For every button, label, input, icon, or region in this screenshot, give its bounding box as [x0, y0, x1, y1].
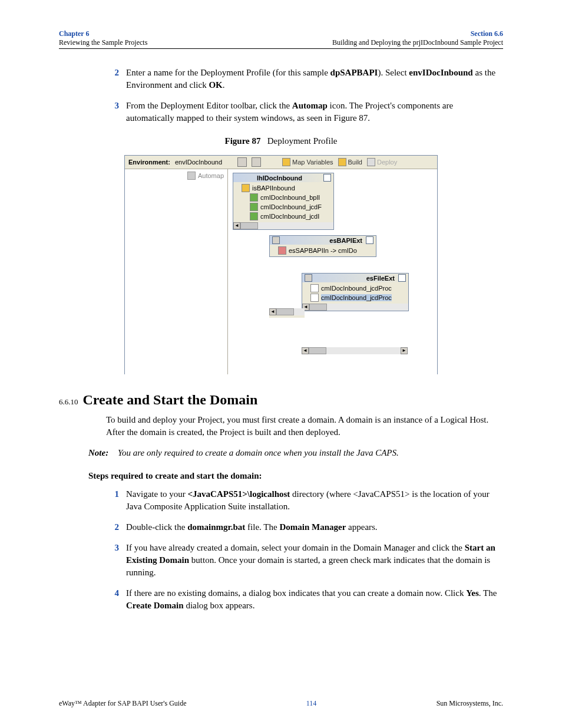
tree-row[interactable]: isBAPIInbound — [236, 183, 331, 193]
figure-toolbar: Environment: envIDocInbound Map Variable… — [125, 156, 437, 169]
section-link[interactable]: Section 6.6 — [471, 29, 503, 38]
window-control-icon[interactable] — [398, 274, 406, 282]
step-text: Enter a name for the Deployment Profile … — [126, 67, 503, 91]
step-item: 2 Enter a name for the Deployment Profil… — [106, 67, 503, 91]
step-number: 4 — [106, 587, 126, 612]
env-value: envIDocInbound — [175, 159, 222, 166]
section-title: Create and Start the Domain — [83, 392, 258, 408]
section-heading: 6.6.10 Create and Start the Domain — [59, 392, 503, 408]
component-icon — [250, 203, 258, 211]
build-icon — [338, 158, 346, 166]
step-item: 4 If there are no existing domains, a di… — [106, 587, 503, 612]
paragraph: To build and deploy your Project, you mu… — [106, 414, 503, 439]
window-control-icon[interactable] — [272, 236, 280, 244]
step-number: 1 — [106, 488, 126, 513]
build-button[interactable]: Build — [338, 158, 362, 166]
page-number: 114 — [306, 699, 317, 708]
step-number: 2 — [106, 67, 126, 91]
section-number: 6.6.10 — [59, 397, 78, 407]
map-variables-button[interactable]: Map Variables — [282, 158, 333, 166]
tree-row[interactable]: cmIDocInbound_jcdF — [236, 202, 331, 212]
tree-row[interactable]: cmIDocInbound_jcdProc — [305, 293, 406, 302]
step-text: Double-click the domainmgr.bat file. The… — [126, 521, 503, 533]
step-text: From the Deployment Editor toolbar, clic… — [126, 100, 503, 124]
window-control-icon[interactable] — [323, 174, 331, 182]
automap-button[interactable]: Automap — [187, 172, 224, 180]
file-icon — [310, 284, 319, 292]
figure-deployment-profile: Environment: envIDocInbound Map Variable… — [124, 155, 438, 374]
automap-icon — [187, 172, 196, 180]
toolbar-icon[interactable] — [237, 157, 247, 167]
window-control-icon[interactable] — [305, 274, 312, 282]
step-text: If there are no existing domains, a dial… — [126, 587, 503, 612]
window-bapi[interactable]: esBAPIExt esSAPBAPIIn -> cmIDo — [269, 235, 376, 257]
tree-row[interactable]: cmIDocInbound_bpIl — [236, 193, 331, 202]
scrollbar-fragment[interactable]: ◄► — [302, 347, 408, 354]
section-subtitle: Building and Deploying the prjIDocInboun… — [332, 38, 503, 47]
footer-left: eWay™ Adapter for SAP BAPI User's Guide — [59, 699, 186, 708]
chapter-subtitle: Reviewing the Sample Projects — [59, 38, 147, 47]
deploy-icon — [367, 158, 375, 166]
deploy-button[interactable]: Deploy — [367, 158, 397, 166]
env-label: Environment: — [128, 159, 170, 166]
component-icon — [242, 184, 250, 192]
figure-left-panel: Automap — [125, 169, 228, 374]
step-number: 3 — [106, 542, 126, 579]
bottom-steps: 1 Navigate to your <JavaCAPS51>\logicalh… — [106, 488, 503, 612]
step-item: 3 From the Deployment Editor toolbar, cl… — [106, 100, 503, 124]
file-icon — [310, 294, 319, 302]
component-icon — [250, 212, 258, 220]
scrollbar[interactable]: ◄ — [233, 222, 333, 229]
figure-caption: Figure 87 Deployment Profile — [59, 136, 503, 146]
step-number: 2 — [106, 521, 126, 533]
chapter-link[interactable]: Chapter 6 — [59, 29, 89, 38]
figure-right-panel: lhIDocInbound isBAPIInbound cmIDocInboun… — [228, 169, 437, 374]
window-lh[interactable]: lhIDocInbound isBAPIInbound cmIDocInboun… — [233, 173, 334, 230]
step-item: 1 Navigate to your <JavaCAPS51>\logicalh… — [106, 488, 503, 513]
step-item: 2 Double-click the domainmgr.bat file. T… — [106, 521, 503, 533]
step-text: Navigate to your <JavaCAPS51>\logicalhos… — [126, 488, 503, 513]
component-icon — [250, 193, 258, 202]
tree-row[interactable]: cmIDocInbound_jcdProc — [305, 284, 406, 293]
top-steps: 2 Enter a name for the Deployment Profil… — [106, 67, 503, 124]
component-icon — [278, 246, 286, 255]
note-text: You are only required to create a domain… — [118, 448, 503, 458]
toolbar-icon[interactable] — [252, 157, 261, 167]
window-file[interactable]: esFileExt cmIDocInbound_jcdProc cmIDocIn… — [302, 273, 409, 311]
scrollbar-fragment[interactable]: ◄ — [269, 308, 305, 318]
note: Note: You are only required to create a … — [88, 448, 503, 458]
scrollbar[interactable]: ◄ — [302, 304, 408, 311]
step-item: 3 If you have already created a domain, … — [106, 542, 503, 579]
footer-right: Sun Microsystems, Inc. — [437, 699, 503, 708]
page-footer: eWay™ Adapter for SAP BAPI User's Guide … — [59, 699, 503, 708]
steps-heading: Steps required to create and start the d… — [88, 471, 503, 481]
variables-icon — [282, 158, 290, 166]
step-text: If you have already created a domain, se… — [126, 542, 503, 579]
tree-row[interactable]: esSAPBAPIIn -> cmIDo — [272, 246, 373, 255]
page-header: Chapter 6 Reviewing the Sample Projects … — [59, 29, 503, 49]
tree-row[interactable]: cmIDocInbound_jcdI — [236, 212, 331, 221]
window-control-icon[interactable] — [366, 236, 373, 244]
note-label: Note: — [88, 448, 118, 458]
step-number: 3 — [106, 100, 126, 124]
